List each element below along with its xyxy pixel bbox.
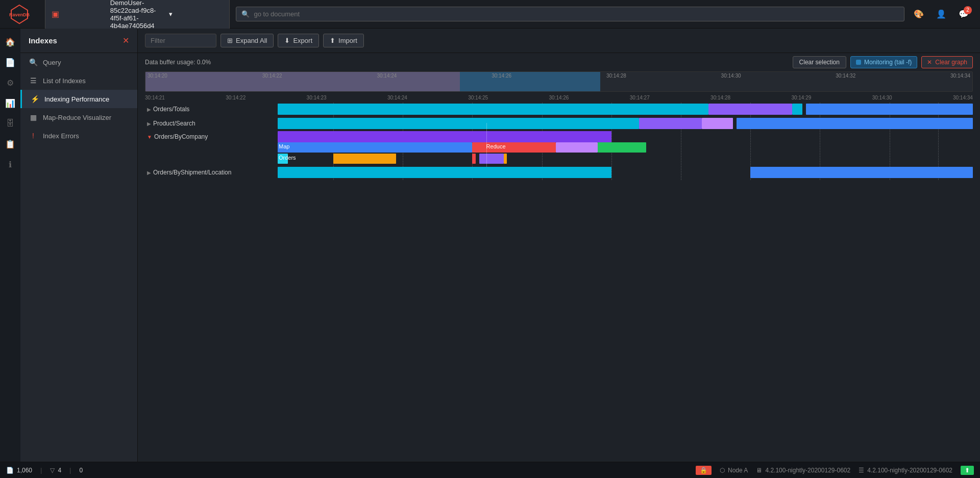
axis-tick-4: 30:14:25 — [468, 95, 488, 100]
user-icon[interactable]: 👤 — [933, 6, 949, 22]
sidebar-nav: 🔍 Query ☰ List of Indexes ⚡ Indexing Per… — [20, 53, 137, 145]
map-bar-red[interactable] — [472, 142, 555, 153]
dropdown-arrow-icon: ▾ — [169, 10, 224, 18]
clear-selection-button[interactable]: Clear selection — [793, 56, 846, 68]
filter-icon: ▽ — [50, 467, 55, 474]
sidebar-item-indexing-performance[interactable]: ⚡ Indexing Performance — [20, 90, 137, 108]
sidebar-performance-label: Indexing Performance — [44, 95, 109, 103]
sidebar-item-map-reduce[interactable]: ▦ Map-Reduce Visualizer — [20, 108, 137, 127]
expand-product-search-arrow[interactable]: ▶ — [147, 121, 151, 127]
orders-sub-bars: Orders — [278, 154, 973, 164]
product-search-label[interactable]: ▶ Product/Search — [145, 119, 278, 128]
logo: RavenDB — [8, 3, 31, 26]
expand-all-button[interactable]: ⊞ Expand All — [220, 34, 274, 47]
notifications-icon[interactable]: 💬 2 — [955, 6, 972, 22]
time-label-4: 30:14:28 — [606, 73, 626, 79]
export-button[interactable]: ⬇ Export — [278, 34, 319, 47]
product-search-bar-lightpurple[interactable] — [702, 118, 733, 129]
product-search-bar-purple[interactable] — [639, 118, 702, 129]
expand-orders-bycompany-arrow[interactable]: ▼ — [147, 134, 152, 140]
axis-tick-7: 30:14:28 — [710, 95, 730, 100]
orders-totals-label[interactable]: ▶ Orders/Totals — [145, 105, 278, 114]
status-version2-label: 4.2.100-nightly-20200129-0602 — [867, 467, 952, 474]
orders-totals-bar-cyan2[interactable] — [792, 104, 802, 115]
bycompany-bar-violet[interactable] — [278, 131, 611, 142]
db-selector[interactable]: ▣ DemoUser-85c22cad-f9c8-4f5f-af61-4b4ae… — [45, 0, 230, 33]
status-filter-count: 4 — [58, 467, 61, 474]
status-version1-label: 4.2.100-nightly-20200129-0602 — [765, 467, 850, 474]
index-row-product-search: ▶ Product/Search — [145, 117, 973, 130]
orders-byshipment-label[interactable]: ▶ Orders/ByShipment/Location — [145, 168, 278, 177]
sidebar-item-list-of-indexes[interactable]: ☰ List of Indexes — [20, 71, 137, 90]
orders-bar-red-small[interactable] — [472, 154, 476, 164]
list-icon: ☰ — [29, 77, 38, 85]
monitoring-tail-label: Monitoring (tail -f) — [864, 59, 912, 66]
ravendb-logo: RavenDB — [8, 3, 31, 26]
map-label-text: Map — [279, 143, 289, 149]
error-icon: ! — [29, 132, 38, 140]
sub-row-orders: Orders — [278, 154, 973, 164]
svg-text:RavenDB: RavenDB — [9, 12, 30, 17]
product-search-bars — [278, 118, 973, 129]
axis-tick-6: 30:14:27 — [630, 95, 650, 100]
status-errors: 0 — [80, 467, 83, 474]
monitor-icon: 🖥 — [756, 467, 762, 474]
sidebar-item-query[interactable]: 🔍 Query — [20, 53, 137, 71]
topbar-icons: 🎨 👤 💬 2 — [911, 6, 972, 22]
data-buffer-label: Data buffer usage: 0.0% — [145, 59, 211, 66]
filter-input[interactable] — [145, 34, 216, 47]
rail-indexes-icon[interactable]: 📄 — [1, 53, 19, 71]
palette-icon[interactable]: 🎨 — [911, 6, 927, 22]
expand-orders-totals-arrow[interactable]: ▶ — [147, 107, 151, 112]
status-node-label: Node A — [728, 467, 748, 474]
orders-totals-bar-purple[interactable] — [708, 104, 792, 115]
orders-bar-yellow[interactable] — [333, 154, 396, 164]
rail-home-icon[interactable]: 🏠 — [1, 33, 19, 51]
status-export-icon[interactable]: ⬆ — [961, 466, 974, 475]
search-bar[interactable]: 🔍 — [236, 7, 904, 21]
search-input[interactable] — [254, 10, 899, 18]
product-search-bar-cyan[interactable] — [278, 118, 639, 129]
count-icon: 📄 — [6, 467, 14, 474]
rail-tasks-icon[interactable]: 📋 — [1, 135, 19, 153]
sidebar-list-label: List of Indexes — [43, 77, 86, 85]
rail-info-icon[interactable]: ℹ — [1, 155, 19, 173]
map-bar-green[interactable] — [598, 142, 646, 153]
byshipment-bar-cyan[interactable] — [278, 167, 611, 178]
time-label-0: 30:14:20 — [148, 73, 167, 79]
topbar: RavenDB ▣ DemoUser-85c22cad-f9c8-4f5f-af… — [0, 0, 980, 29]
status-count: 📄 1,060 — [6, 467, 32, 474]
status-lock[interactable]: 🔒 — [696, 466, 712, 475]
orders-totals-bar-blue[interactable] — [806, 104, 973, 115]
rail-chart-icon[interactable]: 📊 — [1, 94, 19, 112]
product-search-bar-blue[interactable] — [737, 118, 973, 129]
index-row-orders-bycompany: ▼ Orders/ByCompany — [145, 131, 973, 165]
sidebar-close-button[interactable]: ✕ — [122, 36, 129, 45]
rail-db-icon[interactable]: 🗄 — [1, 114, 19, 133]
time-overview[interactable]: 30:14:20 30:14:22 30:14:24 30:14:26 30:1… — [145, 71, 973, 92]
orders-totals-bar-cyan[interactable] — [278, 104, 708, 115]
map-bar-purple[interactable] — [556, 142, 598, 153]
query-icon: 🔍 — [29, 58, 38, 66]
clear-graph-button[interactable]: ✕ Clear graph — [921, 56, 973, 68]
orders-bar-yellow-small[interactable] — [504, 154, 507, 164]
expand-orders-byshipment-arrow[interactable]: ▶ — [147, 170, 151, 175]
status-count-num: 1,060 — [17, 467, 32, 474]
import-button[interactable]: ⬆ Import — [323, 34, 364, 47]
orders-sub-label-text: Orders — [279, 155, 296, 161]
orders-bycompany-label[interactable]: ▼ Orders/ByCompany — [145, 132, 278, 141]
monitoring-tail-button[interactable]: Monitoring (tail -f) — [850, 56, 917, 68]
orders-bar-purple[interactable] — [479, 154, 504, 164]
byshipment-bar-blue[interactable] — [750, 167, 973, 178]
axis-tick-10: 30:14:34 — [953, 95, 973, 100]
index-rows: ▶ Orders/Totals — [145, 103, 973, 180]
export-label: Export — [293, 37, 312, 44]
map-bar-blue[interactable] — [278, 142, 472, 153]
orders-byshipment-name: Orders/ByShipment/Location — [153, 169, 231, 176]
status-version1: 🖥 4.2.100-nightly-20200129-0602 — [756, 466, 850, 475]
product-search-name: Product/Search — [153, 120, 195, 127]
sidebar-item-index-errors[interactable]: ! Index Errors — [20, 127, 137, 145]
rail-settings-icon[interactable]: ⚙ — [1, 73, 19, 92]
status-filter: ▽ 4 — [50, 467, 61, 474]
orders-bycompany-header: ▼ Orders/ByCompany — [145, 131, 973, 142]
